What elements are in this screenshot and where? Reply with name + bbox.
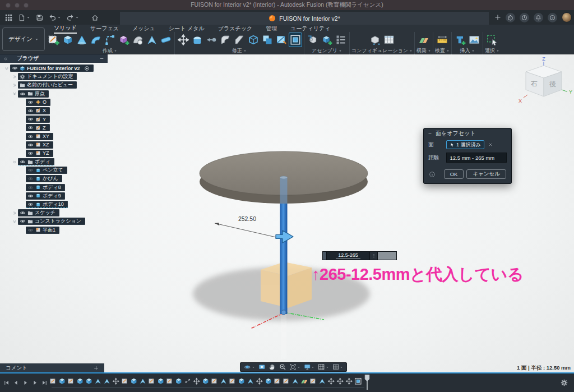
visibility-eye-icon[interactable]: [27, 133, 34, 140]
derive-icon[interactable]: [306, 33, 320, 47]
measure-icon[interactable]: [436, 33, 449, 47]
timeline-feature-tl-move-icon[interactable]: [193, 377, 201, 385]
revolve-icon[interactable]: [75, 33, 89, 47]
visibility-eye-icon[interactable]: [20, 159, 26, 165]
select-icon[interactable]: [485, 33, 499, 47]
offset-drag-arrow[interactable]: [276, 230, 293, 243]
offset-plane-icon[interactable]: [205, 33, 218, 47]
browser-item[interactable]: かびん: [0, 175, 108, 182]
browser-item[interactable]: ドキュメントの設定: [0, 73, 108, 80]
sweep-icon[interactable]: [89, 33, 103, 47]
step-back-icon[interactable]: [13, 380, 19, 386]
timeline-playhead[interactable]: [364, 375, 370, 392]
pan-icon[interactable]: [269, 363, 276, 371]
editor-slider-area[interactable]: [377, 252, 396, 260]
expand-arrow-icon[interactable]: [11, 211, 18, 215]
timeline-feature-tl-solid-icon[interactable]: [175, 377, 183, 385]
timeline-feature-tl-solid-icon[interactable]: [202, 377, 210, 385]
browser-item[interactable]: ボディ8: [0, 184, 108, 191]
timeline-feature-tl-solid-icon[interactable]: [157, 377, 165, 385]
visibility-eye-icon[interactable]: [27, 124, 34, 131]
group-dropdown-label[interactable]: 作成: [103, 48, 117, 54]
browser-item[interactable]: ペン立て: [0, 167, 108, 174]
visibility-eye-icon[interactable]: [27, 185, 34, 191]
timeline-feature-tl-misc-icon[interactable]: [220, 377, 228, 385]
visibility-eye-icon[interactable]: [20, 218, 26, 224]
history-clock-icon[interactable]: [520, 13, 529, 22]
visibility-eye-icon[interactable]: [12, 65, 18, 71]
undo-icon[interactable]: [46, 10, 64, 25]
timeline-feature-tl-construct-icon[interactable]: [300, 377, 308, 385]
visibility-eye-icon[interactable]: [27, 150, 34, 156]
chamfer-icon[interactable]: [233, 33, 246, 47]
minimize-window-button[interactable]: [15, 3, 20, 8]
group-dropdown-label[interactable]: アセンブリ: [312, 48, 342, 54]
dots-vertical-icon[interactable]: [369, 252, 377, 260]
press-pull-icon[interactable]: [191, 33, 204, 47]
offset-face-icon[interactable]: [289, 33, 302, 47]
timeline-feature-tl-move-icon[interactable]: [112, 377, 120, 385]
browser-item[interactable]: X: [0, 107, 108, 114]
combine-icon[interactable]: [261, 33, 274, 47]
timeline-feature-tl-solid-icon[interactable]: [265, 377, 272, 385]
home-icon[interactable]: [89, 10, 101, 25]
minimize-panel-icon[interactable]: [99, 56, 104, 61]
display-settings-icon[interactable]: [304, 363, 315, 371]
visibility-eye-icon[interactable]: [27, 201, 34, 207]
view-cube[interactable]: Z 右 後 X Y: [516, 54, 574, 108]
group-dropdown-label[interactable]: 挿入: [460, 48, 475, 54]
timeline-feature-tl-offset-icon[interactable]: [354, 377, 362, 385]
timeline-feature-tl-solid-icon[interactable]: [76, 377, 84, 385]
timeline-feature-tl-sketch-icon[interactable]: [49, 377, 57, 385]
browser-item[interactable]: 平面1: [0, 227, 108, 234]
timeline-feature-tl-move-icon[interactable]: [327, 377, 335, 385]
visibility-eye-icon[interactable]: [27, 193, 34, 199]
browser-item[interactable]: Y: [0, 116, 108, 123]
activate-radio-icon[interactable]: [84, 66, 90, 71]
timeline-feature-tl-solid-icon[interactable]: [238, 377, 246, 385]
collapse-arrow-icon[interactable]: [11, 160, 18, 164]
loft-icon[interactable]: [131, 33, 145, 47]
browser-item[interactable]: ボディ9: [0, 192, 108, 200]
browser-item[interactable]: Z: [0, 124, 108, 131]
skip-end-icon[interactable]: [41, 380, 48, 386]
visibility-eye-icon[interactable]: [27, 227, 34, 233]
timeline-feature-tl-misc-icon[interactable]: [103, 377, 111, 385]
visibility-eye-icon[interactable]: [27, 108, 34, 114]
dialog-titlebar[interactable]: 面をオフセット: [424, 128, 511, 138]
distance-input[interactable]: 12.5 mm - 265 mm: [446, 153, 507, 163]
group-dropdown-label[interactable]: 構築: [416, 48, 431, 54]
browser-item[interactable]: スケッチ: [0, 209, 108, 216]
notifications-bell-icon[interactable]: [534, 13, 543, 22]
apps-grid-icon[interactable]: [2, 10, 15, 25]
origin-point[interactable]: [281, 310, 286, 315]
add-comment-icon[interactable]: [94, 366, 99, 371]
timeline-feature-tl-move-icon[interactable]: [345, 377, 353, 385]
info-icon[interactable]: [429, 171, 436, 178]
visibility-eye-icon[interactable]: [27, 167, 34, 173]
job-status-icon[interactable]: [506, 13, 515, 22]
browser-item[interactable]: コンストラクション: [0, 218, 108, 225]
timeline-feature-tl-misc-icon[interactable]: [247, 377, 254, 385]
sketch-create-icon[interactable]: [47, 33, 61, 47]
skip-start-icon[interactable]: [3, 380, 10, 386]
step-forward-icon[interactable]: [32, 380, 38, 386]
play-icon[interactable]: [22, 380, 29, 386]
fit-icon[interactable]: [289, 363, 300, 371]
replace-face-icon[interactable]: [275, 33, 288, 47]
viewport-3d[interactable]: 252.50 Z 右 後 X Y ブラウザ FUISON: [0, 54, 574, 372]
timeline-feature-tl-move-icon[interactable]: [336, 377, 344, 385]
browser-item[interactable]: O: [0, 99, 108, 106]
construct-plane-icon[interactable]: [417, 33, 430, 47]
group-dropdown-label[interactable]: 修正: [232, 48, 247, 54]
timeline-feature-tl-solid-icon[interactable]: [85, 377, 93, 385]
timeline-feature-tl-misc-icon[interactable]: [318, 377, 326, 385]
plus-icon[interactable]: [494, 13, 501, 22]
collapse-arrow-icon[interactable]: [11, 91, 18, 96]
config-table-icon[interactable]: [382, 33, 396, 47]
visibility-eye-icon[interactable]: [27, 116, 34, 122]
new-component-icon[interactable]: [320, 33, 334, 47]
visibility-eye-icon[interactable]: [27, 99, 34, 105]
editor-drag-handle[interactable]: [323, 252, 327, 260]
browser-item[interactable]: 名前の付いたビュー: [0, 81, 108, 89]
